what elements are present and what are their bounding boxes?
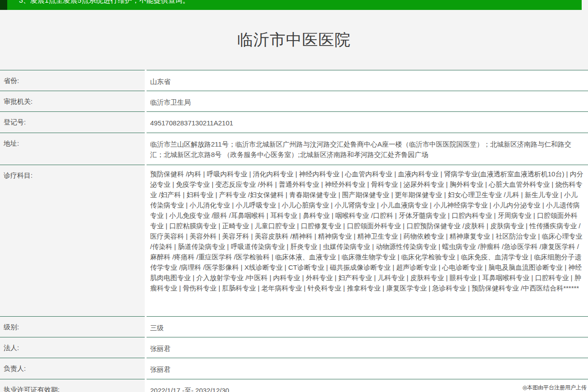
row-label: 执业许可证有效期: (0, 379, 145, 392)
info-table: 省份: 山东省 审批机关: 临沂市卫生局 登记号: 49517082837130… (0, 70, 588, 392)
row-label: 负责人: (0, 358, 145, 379)
row-value: 49517082837130211A2101 (147, 111, 588, 133)
table-row-license-validity: 执业许可证有效期: 2022/1/17 -至- 2032/12/30 (0, 379, 588, 392)
row-value: 临沂市卫生局 (147, 91, 588, 111)
attribution-note: ◎本图由平台注册用户上传 (523, 384, 587, 392)
row-label: 审批机关: (0, 91, 145, 111)
row-label: 法人: (0, 337, 145, 358)
table-row-approval-authority: 审批机关: 临沂市卫生局 (0, 91, 588, 111)
table-row-legal-person: 法人: 张丽君 (0, 337, 588, 358)
row-label: 登记号: (0, 111, 145, 133)
title-band: 临沂市中医医院 (0, 10, 588, 70)
notice-text: 3、凌晨1点至凌晨5点系统进行维护，不能提供查询。 (19, 0, 190, 5)
table-row-registration-number: 登记号: 49517082837130211A2101 (0, 111, 588, 133)
notice-banner: 3、凌晨1点至凌晨5点系统进行维护，不能提供查询。 (7, 0, 582, 10)
table-row-level: 级别: 三级 (0, 316, 588, 337)
row-value: 张丽君 (147, 358, 588, 379)
banner-left-edge (0, 0, 7, 10)
row-label: 级别: (0, 316, 145, 337)
notice-banner-area: 3、凌晨1点至凌晨5点系统进行维护，不能提供查询。 (0, 0, 588, 10)
row-value: 临沂市兰山区解放路211号；临沂市北城新区广州路与汶河路交汇处鲁商中心A座一楼（… (147, 133, 588, 165)
page-title: 临沂市中医医院 (237, 29, 351, 51)
table-row-province: 省份: 山东省 (0, 70, 588, 91)
row-label: 地址: (0, 133, 145, 165)
row-value: 2022/1/17 -至- 2032/12/30 (147, 379, 588, 392)
row-value: 预防保健科 /内科 | 呼吸内科专业 | 消化内科专业 | 神经内科专业 | 心… (147, 165, 588, 316)
row-value: 山东省 (147, 70, 588, 91)
row-label: 诊疗科目: (0, 165, 145, 316)
row-value: 三级 (147, 316, 588, 337)
table-row-medical-subjects: 诊疗科目: 预防保健科 /内科 | 呼吸内科专业 | 消化内科专业 | 神经内科… (0, 165, 588, 316)
table-row-person-in-charge: 负责人: 张丽君 (0, 358, 588, 379)
table-row-address: 地址: 临沂市兰山区解放路211号；临沂市北城新区广州路与汶河路交汇处鲁商中心A… (0, 133, 588, 165)
row-label: 省份: (0, 70, 145, 91)
row-value: 张丽君 (147, 337, 588, 358)
